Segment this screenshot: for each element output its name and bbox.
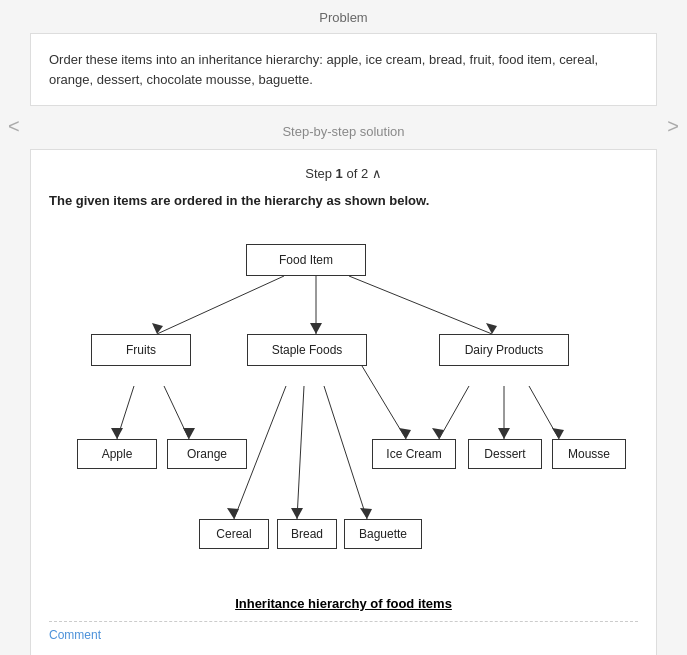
node-staple-foods: Staple Foods [247,334,367,366]
svg-line-8 [164,386,189,439]
svg-marker-11 [227,508,239,519]
solution-box: Step 1 of 2 ∧ The given items are ordere… [30,149,657,655]
solution-label: Step-by-step solution [0,124,687,139]
step-header: Step 1 of 2 ∧ [49,166,638,181]
node-dessert: Dessert [468,439,542,469]
step-total: 2 [361,166,368,181]
step-prefix: Step [305,166,335,181]
node-food-item: Food Item [246,244,366,276]
svg-line-4 [349,276,492,334]
svg-marker-21 [498,428,510,439]
node-cereal: Cereal [199,519,269,549]
comment-label: Comment [49,621,638,642]
svg-line-22 [529,386,559,439]
node-fruits: Fruits [91,334,191,366]
collapse-icon[interactable]: ∧ [372,166,382,181]
node-ice-cream: Ice Cream [372,439,456,469]
svg-marker-9 [183,428,195,439]
hierarchy-diagram: Food Item Fruits Staple Foods Dairy Prod… [49,226,638,586]
svg-marker-13 [291,508,303,519]
node-dairy-products: Dairy Products [439,334,569,366]
node-baguette: Baguette [344,519,422,549]
svg-line-0 [157,276,284,334]
page-wrapper: Problem Order these items into an inheri… [0,0,687,655]
diagram-caption: Inheritance hierarchy of food items [49,596,638,611]
svg-marker-19 [432,428,444,439]
svg-marker-7 [111,428,123,439]
svg-line-12 [297,386,304,519]
svg-marker-3 [310,323,322,334]
svg-line-16 [359,361,406,439]
svg-marker-1 [152,323,163,334]
next-arrow[interactable]: > [667,115,679,138]
svg-line-6 [117,386,134,439]
svg-line-14 [324,386,367,519]
prev-arrow[interactable]: < [8,115,20,138]
step-description: The given items are ordered in the hiera… [49,193,638,208]
node-mousse: Mousse [552,439,626,469]
problem-text: Order these items into an inheritance hi… [49,52,598,87]
node-apple: Apple [77,439,157,469]
node-orange: Orange [167,439,247,469]
node-bread: Bread [277,519,337,549]
step-middle: of [343,166,361,181]
svg-marker-5 [486,323,497,334]
svg-marker-23 [552,428,564,439]
problem-box: Order these items into an inheritance hi… [30,33,657,106]
svg-marker-15 [360,508,372,519]
svg-marker-17 [399,428,411,439]
step-current: 1 [336,166,343,181]
svg-line-18 [439,386,469,439]
problem-label: Problem [0,10,687,25]
